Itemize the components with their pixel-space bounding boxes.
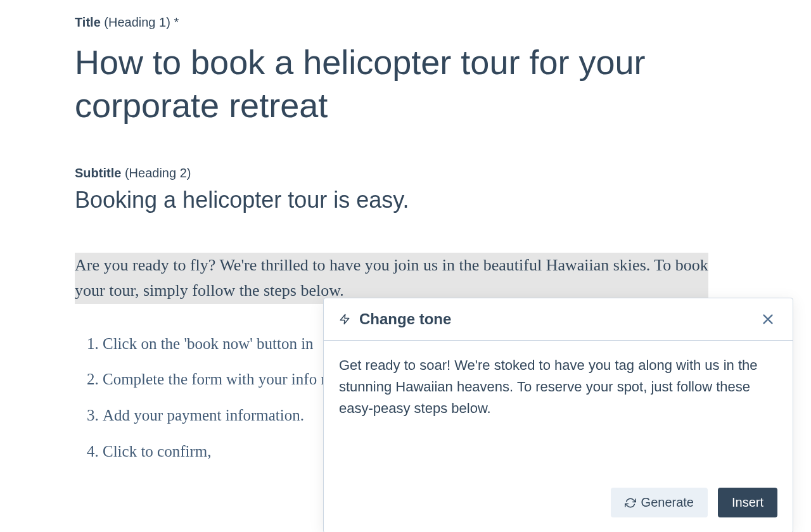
- subtitle-input[interactable]: Booking a helicopter tour is easy.: [75, 187, 778, 213]
- title-input[interactable]: How to book a helicopter tour for your c…: [75, 41, 778, 127]
- editor-canvas: Title (Heading 1) * How to book a helico…: [0, 0, 778, 464]
- close-button[interactable]: [758, 310, 777, 329]
- panel-header: Change tone: [324, 298, 793, 341]
- close-icon: [761, 312, 775, 326]
- subtitle-label-text: Subtitle: [75, 166, 121, 180]
- generate-button-label: Generate: [641, 495, 694, 510]
- selected-paragraph[interactable]: Are you ready to fly? We're thrilled to …: [75, 253, 708, 304]
- subtitle-label-paren: (Heading 2): [125, 166, 191, 180]
- title-label-paren: (Heading 1): [104, 15, 170, 29]
- panel-footer: Generate Insert: [324, 488, 793, 532]
- suggestion-text: Get ready to soar! We're stoked to have …: [324, 341, 793, 475]
- highlighted-text: Are you ready to fly? We're thrilled to …: [75, 256, 708, 300]
- subtitle-field-label: Subtitle (Heading 2): [75, 166, 778, 180]
- refresh-icon: [625, 497, 636, 509]
- svg-marker-0: [340, 315, 349, 324]
- required-asterisk: *: [174, 15, 179, 29]
- panel-title: Change tone: [359, 310, 451, 328]
- generate-button[interactable]: Generate: [611, 488, 708, 517]
- change-tone-panel: Change tone Get ready to soar! We're sto…: [323, 298, 793, 532]
- lightning-icon: [339, 312, 350, 327]
- title-label-text: Title: [75, 15, 101, 29]
- title-field-label: Title (Heading 1) *: [75, 15, 778, 30]
- insert-button-label: Insert: [732, 495, 763, 510]
- insert-button[interactable]: Insert: [718, 488, 777, 517]
